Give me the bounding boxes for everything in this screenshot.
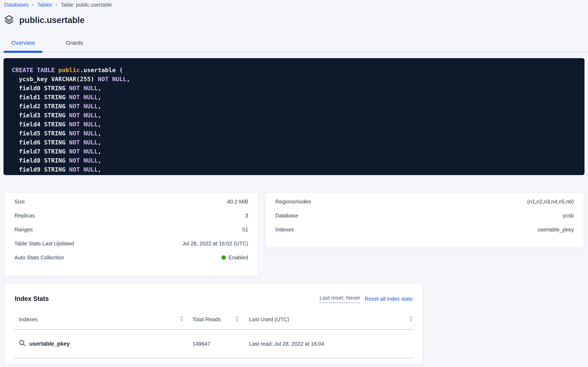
- column-header-total-reads[interactable]: Total Reads: [184, 309, 240, 329]
- sort-icon[interactable]: [179, 315, 184, 324]
- summary-row-size: Size 40.2 MiB: [14, 195, 248, 209]
- code-line: field2 STRING NOT NULL,: [12, 102, 576, 111]
- search-icon: [19, 340, 26, 348]
- breadcrumb-current: Table: public.usertable: [61, 2, 112, 8]
- table-overview-card: Size 40.2 MiB Replicas 3 Ranges 51 Table…: [4, 192, 258, 276]
- code-line: field4 STRING NOT NULL,: [12, 120, 576, 129]
- summary-row-regions-nodes: Regions/nodes (n1,n2,n3,n4,n5,n6): [275, 195, 574, 209]
- last-reset-label: Last reset: Never: [319, 295, 360, 303]
- status-dot: [222, 255, 226, 260]
- page-title: public.usertable: [19, 15, 84, 25]
- code-line: field7 STRING NOT NULL,: [12, 147, 576, 156]
- code-line: field8 STRING NOT NULL,: [12, 156, 576, 165]
- sort-icon[interactable]: [408, 315, 414, 324]
- code-line: field0 STRING NOT NULL,: [12, 84, 576, 93]
- table-row: usertable_pkey 149647 Last read: Jul 28,…: [14, 330, 414, 358]
- database-table-icon: [4, 15, 14, 25]
- summary-row-indexes: Indexes usertable_pkey: [275, 223, 574, 236]
- summary-row-replicas: Replicas 3: [14, 209, 248, 223]
- total-reads-value: 149647: [184, 341, 240, 347]
- code-column-lines: ycsb_key VARCHAR(255) NOT NULL, field0 S…: [12, 75, 576, 174]
- code-line: field5 STRING NOT NULL,: [12, 129, 576, 138]
- last-used-value: Last read: Jul 28, 2022 at 16:04: [240, 341, 414, 347]
- table-details-card: Regions/nodes (n1,n2,n3,n4,n5,n6) Databa…: [265, 192, 584, 248]
- code-line: field3 STRING NOT NULL,: [12, 111, 576, 120]
- breadcrumb: Databases › Tables › Table: public.usert…: [4, 1, 112, 8]
- code-line: field9 STRING NOT NULL,: [12, 165, 576, 174]
- index-name-link[interactable]: usertable_pkey: [14, 340, 184, 348]
- column-header-last-used[interactable]: Last Used (UTC): [240, 309, 414, 329]
- breadcrumb-link-tables[interactable]: Tables: [37, 2, 52, 8]
- column-header-indexes[interactable]: Indexes: [14, 309, 184, 329]
- tab-grants[interactable]: Grants: [55, 34, 94, 51]
- code-line: field1 STRING NOT NULL,: [12, 93, 576, 102]
- summary-row-database: Database ycsb: [275, 209, 574, 223]
- code-line: ycsb_key VARCHAR(255) NOT NULL,: [12, 75, 576, 84]
- index-stats-title: Index Stats: [15, 295, 49, 302]
- page-title-row: public.usertable: [4, 15, 84, 25]
- breadcrumb-link-databases[interactable]: Databases: [4, 2, 29, 8]
- table-detail-page: Databases › Tables › Table: public.usert…: [0, 0, 588, 367]
- index-stats-table: Indexes Total Reads Last Used (UTC): [14, 309, 414, 358]
- index-stats-table-header: Indexes Total Reads Last Used (UTC): [14, 309, 414, 330]
- summary-row-stats-updated: Table Stats Last Updated Jul 28, 2022 at…: [14, 236, 248, 250]
- sort-icon[interactable]: [234, 315, 240, 324]
- active-tab-indicator: [3, 51, 42, 53]
- create-statement-code-block: CREATE TABLE public.usertable ( ycsb_key…: [3, 58, 585, 175]
- breadcrumb-chevron-icon: ›: [32, 1, 34, 8]
- code-line: field6 STRING NOT NULL,: [12, 138, 576, 147]
- status-badge: Enabled: [229, 254, 248, 261]
- index-stats-card: Index Stats Last reset: Never Reset all …: [4, 284, 423, 364]
- tab-overview[interactable]: Overview: [3, 34, 42, 51]
- summary-row-ranges: Ranges 51: [14, 223, 248, 236]
- reset-index-stats-link[interactable]: Reset all index stats: [365, 296, 413, 302]
- code-line: CREATE TABLE public.usertable (: [12, 66, 576, 75]
- summary-row-auto-stats: Auto Stats Collection Enabled: [14, 250, 248, 265]
- tab-bar: Overview Grants: [0, 34, 588, 52]
- breadcrumb-chevron-icon: ›: [56, 1, 58, 8]
